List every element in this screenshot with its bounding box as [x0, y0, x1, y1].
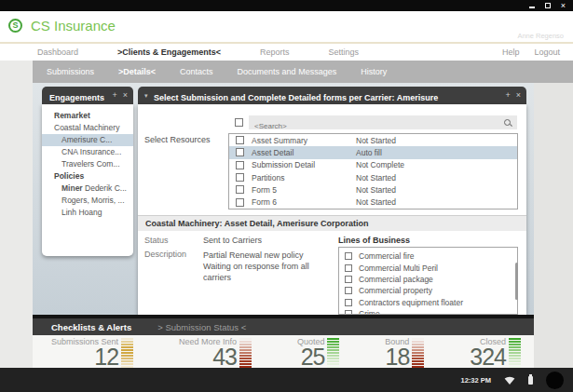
- checkbox-icon[interactable]: [236, 198, 244, 207]
- screen: × S CS Insurance Anne Regenso Dashboard>…: [0, 0, 573, 392]
- engagement-item[interactable]: Policies: [42, 170, 133, 182]
- clock: 12:32 PM: [460, 376, 491, 385]
- meter-bar: [327, 352, 339, 354]
- tray-circle-icon[interactable]: [546, 372, 564, 389]
- lob-item-label: Commercial property: [359, 286, 432, 295]
- engagement-item[interactable]: CNA Insurance...: [42, 146, 133, 158]
- stat-closed: Closed324: [470, 335, 521, 368]
- engagement-item[interactable]: Miner Dederik C...: [42, 182, 133, 195]
- nav-item-reports[interactable]: Reports: [260, 47, 290, 57]
- resource-row[interactable]: Asset DetailAuto fill: [229, 146, 517, 158]
- subnav-item-history[interactable]: History: [361, 67, 387, 76]
- engagement-item[interactable]: Linh Hoang: [42, 207, 133, 219]
- engagement-item[interactable]: Coastal Machinery: [42, 122, 133, 134]
- checkbox-icon[interactable]: [345, 276, 352, 283]
- wifi-icon[interactable]: [504, 376, 515, 385]
- checkbox-icon[interactable]: [345, 287, 352, 294]
- subnav-item-submissions[interactable]: Submissions: [47, 67, 94, 76]
- engagement-item[interactable]: Rogers, Morris, ...: [42, 195, 133, 207]
- nav-item-settings[interactable]: Settings: [329, 47, 360, 57]
- right-margin-strip: [534, 83, 573, 368]
- engagement-item[interactable]: Amerisure C...: [42, 134, 133, 146]
- meter-bar: [239, 358, 252, 359]
- resource-row[interactable]: Asset SummaryNot Started: [229, 134, 517, 146]
- title-bar: ×: [0, 0, 573, 11]
- checkbox-icon[interactable]: [345, 264, 352, 272]
- meter-bar: [121, 349, 133, 351]
- add-icon[interactable]: +: [505, 91, 510, 100]
- nav-item-dashboard[interactable]: Dashboard: [37, 47, 78, 57]
- search-input[interactable]: [249, 119, 497, 130]
- close-icon[interactable]: ×: [561, 0, 566, 11]
- lob-item[interactable]: Commercial fire: [339, 250, 517, 262]
- checkbox-icon[interactable]: [236, 185, 244, 194]
- lob-item[interactable]: Commercial Multi Peril: [339, 262, 517, 273]
- add-icon[interactable]: +: [112, 91, 116, 100]
- checklists-title: Checklists & Alerts: [51, 322, 131, 332]
- close-icon[interactable]: ×: [123, 91, 128, 100]
- resource-name: Form 6: [252, 197, 356, 207]
- search-icon[interactable]: [504, 119, 511, 126]
- engagements-panel-header[interactable]: Engagements + ×: [42, 87, 133, 104]
- lob-item[interactable]: Contractors equipment floater: [339, 297, 517, 308]
- subnav-item-documents-and-messages[interactable]: Documents and Messages: [238, 67, 337, 76]
- lob-item-label: Commercial fire: [359, 251, 415, 261]
- resource-row[interactable]: PartitionsNot Started: [229, 171, 517, 183]
- minimize-icon[interactable]: [529, 7, 535, 8]
- maximize-icon[interactable]: [545, 3, 551, 8]
- select-all-checkbox[interactable]: [235, 118, 243, 127]
- checklists-bar-inner[interactable]: Checklists & Alerts > Submission Status …: [33, 318, 534, 335]
- nav-item-clients-engagements[interactable]: >Clients & Engagements<: [117, 47, 221, 57]
- checkbox-icon[interactable]: [236, 136, 244, 144]
- checkbox-icon[interactable]: [236, 148, 244, 156]
- meter-bar: [509, 341, 521, 343]
- resource-status: Not Started: [356, 173, 396, 182]
- submission-status-tab[interactable]: > Submission Status <: [157, 322, 246, 332]
- meter-bar: [121, 358, 133, 359]
- submission-panel: ▾ Select Submission and Complete Detaile…: [138, 87, 526, 315]
- meter-bar: [327, 341, 339, 343]
- checkbox-icon[interactable]: [236, 161, 244, 169]
- meter-bar: [509, 338, 521, 340]
- lob-item[interactable]: Commercial package: [339, 274, 517, 285]
- resource-row[interactable]: Submission DetailNot Complete: [229, 159, 517, 171]
- main-nav-left: Dashboard>Clients & Engagements<ReportsS…: [37, 44, 359, 61]
- meter-bar: [239, 338, 252, 340]
- engagement-item[interactable]: Remarket: [42, 110, 133, 122]
- nav-item-help[interactable]: Help: [502, 47, 520, 57]
- search-field[interactable]: [249, 115, 517, 129]
- chevron-down-icon[interactable]: ▾: [144, 87, 148, 104]
- lob-item-label: Contractors equipment floater: [359, 298, 463, 307]
- meter-bar: [509, 352, 521, 354]
- resource-status: Not Started: [356, 136, 396, 145]
- stat-text: Submissions Sent12: [51, 337, 118, 368]
- meter-bar: [509, 355, 521, 357]
- description-line: Waiting on response from all: [203, 261, 309, 272]
- submission-panel-header[interactable]: ▾ Select Submission and Complete Detaile…: [138, 87, 526, 104]
- meter-bar: [412, 355, 424, 357]
- engagement-item-label: CNA Insurance...: [61, 147, 121, 156]
- meter-bar: [121, 360, 133, 362]
- lob-item[interactable]: Crime: [339, 308, 517, 315]
- stat-meter: [121, 338, 133, 368]
- scrollbar-thumb[interactable]: [515, 263, 518, 300]
- user-name: Anne Regenso: [517, 32, 564, 40]
- resource-row[interactable]: Form 5Not Started: [229, 183, 517, 196]
- engagement-item-label: Dederik C...: [85, 183, 127, 193]
- checkbox-icon[interactable]: [345, 252, 352, 260]
- engagement-item[interactable]: Travelers Com...: [42, 158, 133, 170]
- meter-bar: [121, 363, 133, 365]
- battery-icon[interactable]: [528, 376, 533, 385]
- resource-row[interactable]: Form 6Not Started: [229, 196, 517, 208]
- close-icon[interactable]: ×: [516, 91, 521, 100]
- status-label: Status: [144, 236, 169, 245]
- nav-item-logout[interactable]: Logout: [534, 47, 560, 57]
- stat-need-more-info: Need More Info43: [179, 335, 252, 368]
- subnav-item-contacts[interactable]: Contacts: [180, 67, 213, 76]
- lob-item[interactable]: Commercial property: [339, 285, 517, 296]
- meter-bar: [412, 358, 424, 359]
- engagements-panel: Engagements + × RemarketCoastal Machiner…: [42, 87, 133, 256]
- checkbox-icon[interactable]: [236, 173, 244, 182]
- subnav-item-details[interactable]: >Details<: [118, 67, 156, 76]
- checkbox-icon[interactable]: [345, 299, 352, 306]
